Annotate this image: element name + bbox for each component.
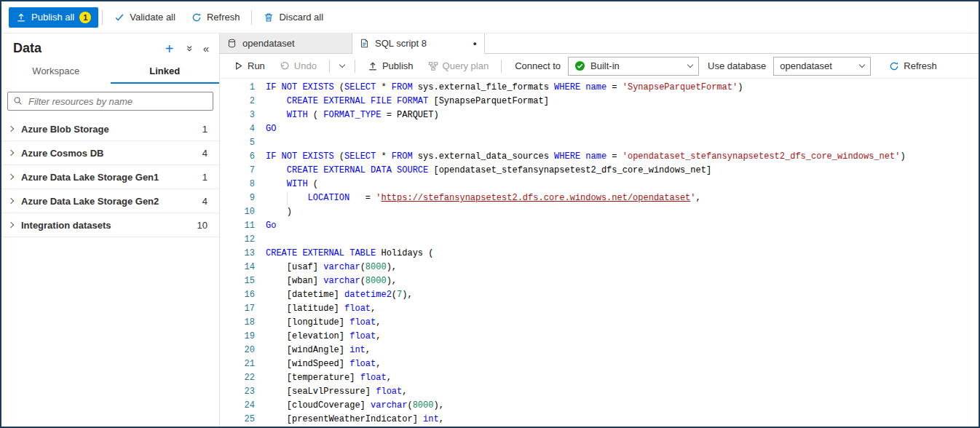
editor-toolbar: Run Undo Publish (220, 54, 979, 79)
tree-item-label: Azure Data Lake Storage Gen2 (21, 196, 202, 207)
tree-item[interactable]: Integration datasets 10 (1, 213, 219, 237)
line-number: 3 (220, 108, 255, 122)
tree-item[interactable]: Azure Blob Storage 1 (1, 117, 219, 141)
tab-linked[interactable]: Linked (111, 59, 220, 84)
code-line[interactable]: 14 [usaf] varchar(8000), (220, 261, 979, 274)
undo-label: Undo (294, 60, 317, 71)
chevron-right-icon[interactable] (8, 150, 14, 156)
run-label: Run (248, 60, 265, 71)
discard-all-button[interactable]: Discard all (256, 7, 331, 28)
add-resource-icon[interactable]: + (165, 41, 174, 56)
tree-item-label: Azure Data Lake Storage Gen1 (21, 172, 202, 183)
indent-guide (287, 191, 288, 205)
code-line[interactable]: 19 [elevation] float, (220, 330, 979, 344)
code-line[interactable]: 6IF NOT EXISTS (SELECT * FROM sys.extern… (220, 150, 979, 164)
discard-all-label: Discard all (279, 12, 323, 23)
code-line[interactable]: 10 ) (220, 205, 979, 219)
code-text: CREATE EXTERNAL FILE FORMAT [SynapseParq… (266, 95, 549, 108)
line-number: 10 (220, 205, 255, 219)
filter-resources-input[interactable] (7, 92, 213, 111)
play-icon (234, 61, 243, 71)
code-line[interactable]: 13CREATE EXTERNAL TABLE Holidays ( (220, 247, 979, 261)
line-number: 9 (220, 191, 255, 205)
code-line[interactable]: 17 [latitude] float, (220, 302, 979, 316)
tree-item[interactable]: Azure Cosmos DB 4 (1, 141, 219, 165)
run-button[interactable]: Run (227, 57, 272, 76)
tree-item-count: 10 (197, 220, 208, 231)
toolbar-separator (329, 60, 330, 73)
top-toolbar: Publish all 1 Validate all Refresh Disca… (1, 1, 979, 33)
publish-all-button[interactable]: Publish all 1 (9, 7, 98, 28)
line-number: 25 (220, 413, 255, 427)
code-line[interactable]: 1IF NOT EXISTS (SELECT * FROM sys.extern… (220, 81, 979, 95)
publish-button[interactable]: Publish (361, 57, 420, 76)
code-line[interactable]: 2 CREATE EXTERNAL FILE FORMAT [SynapsePa… (220, 95, 979, 108)
line-number: 6 (220, 150, 255, 164)
code-line[interactable]: 15 [wban] varchar(8000), (220, 274, 979, 288)
code-line[interactable]: 3 WITH ( FORMAT_TYPE = PARQUET) (220, 108, 979, 122)
refresh-icon (889, 61, 899, 71)
toolbar-separator (355, 60, 355, 73)
tree-item-label: Integration datasets (21, 220, 197, 231)
chevron-right-icon[interactable] (8, 174, 14, 180)
publish-icon (368, 61, 378, 71)
code-line[interactable]: 12 (220, 233, 979, 247)
validate-all-button[interactable]: Validate all (106, 7, 183, 28)
check-icon (114, 12, 125, 23)
code-line[interactable]: 22 [temperature] float, (220, 371, 979, 385)
connect-to-label: Connect to (515, 60, 561, 71)
chevron-right-icon[interactable] (8, 126, 14, 132)
line-number: 20 (220, 344, 255, 357)
collapse-panel-icon[interactable]: « (203, 43, 209, 54)
editor-tab-opendataset[interactable]: opendataset ● (220, 33, 352, 53)
code-line[interactable]: 23 [seaLvlPressure] float, (220, 385, 979, 399)
code-line[interactable]: 5 (220, 136, 979, 150)
code-line[interactable]: 18 [longitude] float, (220, 316, 979, 330)
code-line[interactable]: 7 CREATE EXTERNAL DATA SOURCE [opendatas… (220, 164, 979, 178)
refresh-button[interactable]: Refresh (183, 7, 248, 28)
code-text: IF NOT EXISTS (SELECT * FROM sys.externa… (266, 81, 743, 95)
connect-to-dropdown[interactable]: Built-in (568, 57, 699, 76)
tree-item-count: 1 (202, 172, 208, 183)
tree-item[interactable]: Azure Data Lake Storage Gen2 4 (1, 189, 219, 213)
code-line[interactable]: 4GO (220, 122, 979, 136)
database-refresh-button[interactable]: Refresh (882, 57, 944, 76)
connected-status-icon (574, 60, 585, 71)
code-line[interactable]: 11Go (220, 219, 979, 233)
tree-item-count: 4 (202, 148, 208, 159)
undo-dropdown-button[interactable] (336, 57, 349, 76)
chevron-right-icon[interactable] (8, 222, 14, 228)
tab-workspace[interactable]: Workspace (1, 59, 111, 84)
code-text: WITH ( (266, 178, 318, 191)
code-line[interactable]: 16 [datetime] datetime2(7), (220, 288, 979, 302)
collapse-all-icon[interactable]: « (183, 45, 194, 51)
chevron-right-icon[interactable] (8, 198, 14, 204)
tree-item[interactable]: Azure Data Lake Storage Gen1 1 (1, 165, 219, 189)
tab-label: SQL script 8 (375, 38, 427, 49)
query-plan-button[interactable]: Query plan (422, 57, 496, 76)
line-number: 19 (220, 330, 255, 344)
sidebar-header-actions: + « « (165, 41, 209, 56)
main-row: Data + « « Workspace Linked Azure Blob S… (1, 33, 979, 427)
code-text: [datetime] datetime2(7), (266, 288, 413, 302)
code-editor[interactable]: 1IF NOT EXISTS (SELECT * FROM sys.extern… (220, 79, 979, 427)
publish-label: Publish (382, 60, 414, 71)
code-line[interactable]: 24 [cloudCoverage] varchar(8000), (220, 399, 979, 413)
tree-item-label: Azure Blob Storage (21, 124, 202, 135)
editor-tab-sql-script-8[interactable]: SQL script 8 ● (352, 33, 485, 54)
code-line[interactable]: 8 WITH ( (220, 178, 979, 191)
editor-content: opendataset ● SQL script 8 ● Run (220, 33, 979, 427)
code-line[interactable]: 9 LOCATION = 'https://stefansynapsetest2… (220, 191, 979, 205)
undo-button[interactable]: Undo (273, 57, 323, 76)
code-text: [cloudCoverage] varchar(8000), (266, 399, 444, 413)
code-text: [usaf] varchar(8000), (266, 261, 397, 274)
database-icon (227, 39, 237, 48)
use-database-dropdown[interactable]: opendataset (773, 57, 871, 76)
code-line[interactable]: 20 [windAngle] int, (220, 344, 979, 357)
code-line[interactable]: 25 [presentWeatherIndicator] int, (220, 413, 979, 427)
line-number: 7 (220, 164, 255, 178)
code-text: ) (266, 205, 292, 219)
connect-to-value: Built-in (590, 60, 620, 71)
code-line[interactable]: 21 [windSpeed] float, (220, 357, 979, 371)
query-plan-label: Query plan (443, 60, 489, 71)
